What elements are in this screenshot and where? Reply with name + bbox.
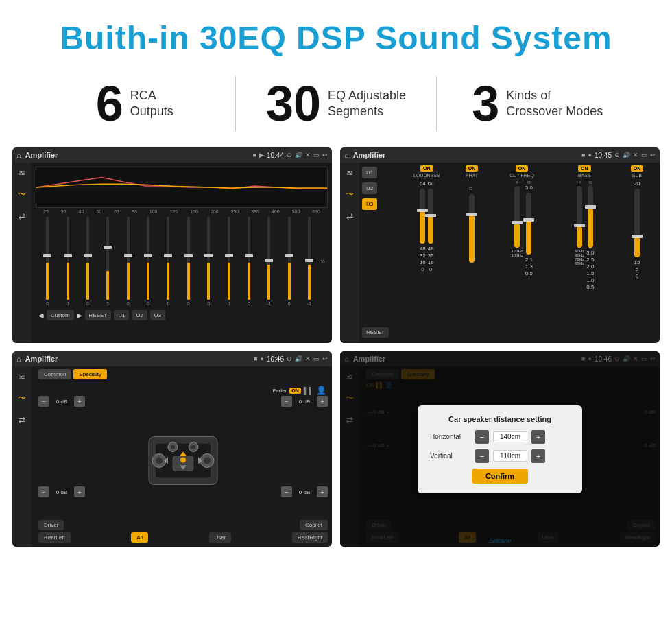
reset-button[interactable]: RESET — [85, 310, 112, 320]
specialty-sidebar: ≋ 〜 ⇄ — [12, 366, 32, 547]
phat-slider[interactable] — [469, 194, 475, 263]
amp-location-icon: ⊙ — [614, 152, 620, 158]
close-icon[interactable]: ✕ — [305, 152, 311, 158]
specialty-topbar: ⌂ Amplifier ■ ● 10:46 ⊙ 🔊 ✕ ▭ ↩ — [12, 351, 332, 366]
eq-slider-9[interactable]: 0 — [200, 217, 217, 306]
specialty-home-icon[interactable]: ⌂ — [16, 355, 21, 363]
specialty-dot-icon: ● — [261, 355, 264, 362]
specialty-close-icon[interactable]: ✕ — [305, 355, 311, 362]
rearright-button[interactable]: RearRight — [292, 532, 328, 543]
db-control-bl: − 0 dB + — [38, 486, 85, 497]
loudness-slider[interactable] — [420, 189, 425, 244]
sidebar-eq-icon[interactable]: ≋ — [19, 168, 25, 178]
stat-text-crossover: Kinds ofCrossover Modes — [506, 88, 603, 120]
specialty-tab[interactable]: Specialty — [73, 369, 106, 379]
db-control-tl: − 0 dB + — [38, 396, 85, 407]
db-plus-tr[interactable]: + — [317, 396, 328, 407]
amp-home-icon[interactable]: ⌂ — [344, 151, 349, 159]
specialty-sidebar-wave-icon[interactable]: 〜 — [18, 392, 26, 404]
eq-sliders: 0 0 0 5 0 — [36, 217, 328, 306]
u3-button[interactable]: U3 — [150, 310, 165, 320]
db-minus-br[interactable]: − — [281, 486, 292, 497]
vertical-row: Vertical − 110cm + — [430, 449, 570, 463]
eq-main-content: 25 32 40 50 63 80 100 125 160 200 250 32… — [32, 163, 332, 343]
stat-crossover: 3 Kinds ofCrossover Modes — [444, 79, 631, 128]
next-button[interactable]: ▶ — [77, 311, 82, 319]
sub-control: ON SUB 20 15 5 0 — [617, 165, 657, 339]
u2-button[interactable]: U2 — [132, 310, 147, 320]
specialty-screen: ⌂ Amplifier ■ ● 10:46 ⊙ 🔊 ✕ ▭ ↩ ≋ 〜 ⇄ Co… — [12, 351, 332, 547]
db-minus-tr[interactable]: − — [281, 396, 292, 407]
amp-close-icon[interactable]: ✕ — [633, 152, 638, 158]
loudness-slider2[interactable] — [428, 189, 433, 244]
expand-icon[interactable]: » — [320, 257, 325, 266]
amp-sidebar-wave-icon[interactable]: 〜 — [346, 189, 354, 200]
copilot-button[interactable]: Copilot — [300, 520, 328, 530]
eq-slider-13[interactable]: 0 — [280, 217, 298, 306]
amp-reset-button[interactable]: RESET — [362, 327, 389, 338]
phat-control: ON PHAT G — [455, 165, 490, 339]
svg-point-4 — [156, 457, 163, 464]
db-minus-tl[interactable]: − — [38, 396, 49, 407]
db-plus-br[interactable]: + — [317, 486, 328, 497]
amp-back-icon[interactable]: ↩ — [650, 152, 656, 158]
record-icon: ■ — [253, 152, 256, 158]
home-icon[interactable]: ⌂ — [16, 151, 21, 159]
specialty-sidebar-arrow-icon[interactable]: ⇄ — [19, 415, 25, 425]
db-minus-bl[interactable]: − — [38, 486, 49, 497]
eq-slider-11[interactable]: 0 — [240, 217, 258, 306]
cutfreq-g-slider[interactable] — [526, 193, 531, 255]
sidebar-wave-icon[interactable]: 〜 — [18, 189, 26, 200]
u1-button[interactable]: U1 — [114, 310, 129, 320]
svg-point-8 — [171, 445, 175, 449]
stat-divider-1 — [235, 76, 236, 131]
eq-slider-4[interactable]: 5 — [99, 217, 117, 306]
horizontal-plus-btn[interactable]: + — [531, 430, 545, 444]
driver-button[interactable]: Driver — [38, 520, 64, 530]
amp-window-icon: ▭ — [641, 152, 647, 158]
cutfreq-on-badge: ON — [516, 165, 529, 172]
rearleft-button[interactable]: RearLeft — [38, 532, 71, 543]
eq-slider-8[interactable]: 0 — [180, 217, 197, 306]
phat-on-badge: ON — [466, 165, 479, 172]
eq-slider-7[interactable]: 0 — [159, 217, 177, 306]
cutfreq-f-slider[interactable] — [514, 186, 520, 248]
amp-dot-icon: ● — [588, 152, 592, 158]
eq-slider-10[interactable]: 0 — [219, 217, 237, 306]
fader-user-icon[interactable]: 👤 — [316, 386, 326, 395]
bass-f-slider[interactable] — [577, 186, 582, 248]
amp-sidebar-eq-icon[interactable]: ≋ — [346, 168, 353, 178]
prev-button[interactable]: ◀ — [38, 311, 44, 319]
amp-speaker-icon: 🔊 — [623, 152, 630, 158]
all-button[interactable]: All — [131, 532, 148, 543]
sidebar-arrow-icon[interactable]: ⇄ — [19, 211, 25, 221]
bass-g-slider[interactable] — [588, 186, 593, 248]
sub-slider[interactable] — [634, 189, 640, 257]
stat-divider-2 — [436, 76, 437, 131]
user-button[interactable]: User — [209, 532, 232, 543]
common-tab[interactable]: Common — [38, 369, 71, 379]
vertical-minus-btn[interactable]: − — [475, 449, 489, 463]
u3-channel-btn[interactable]: U3 — [362, 198, 377, 210]
vertical-plus-btn[interactable]: + — [531, 449, 545, 463]
eq-slider-14[interactable]: -1 — [300, 217, 318, 306]
eq-sidebar: ≋ 〜 ⇄ — [12, 163, 32, 343]
eq-slider-1[interactable]: 0 — [38, 217, 56, 306]
u2-channel-btn[interactable]: U2 — [362, 182, 377, 194]
eq-slider-6[interactable]: 0 — [139, 217, 157, 306]
speaker-icon: 🔊 — [295, 152, 302, 158]
horizontal-minus-btn[interactable]: − — [475, 430, 489, 444]
amp-sidebar-arrow-icon[interactable]: ⇄ — [346, 211, 353, 221]
specialty-back-icon[interactable]: ↩ — [322, 355, 328, 362]
specialty-sidebar-eq-icon[interactable]: ≋ — [19, 372, 25, 381]
u1-channel-btn[interactable]: U1 — [362, 167, 377, 178]
eq-slider-12[interactable]: -1 — [260, 217, 278, 306]
eq-slider-2[interactable]: 0 — [58, 217, 76, 306]
eq-slider-3[interactable]: 0 — [79, 217, 97, 306]
db-plus-bl[interactable]: + — [74, 486, 85, 497]
custom-button[interactable]: Custom — [47, 310, 74, 320]
eq-slider-5[interactable]: 0 — [119, 217, 137, 306]
db-plus-tl[interactable]: + — [74, 396, 85, 407]
back-icon[interactable]: ↩ — [322, 152, 328, 158]
confirm-button[interactable]: Confirm — [472, 469, 528, 484]
